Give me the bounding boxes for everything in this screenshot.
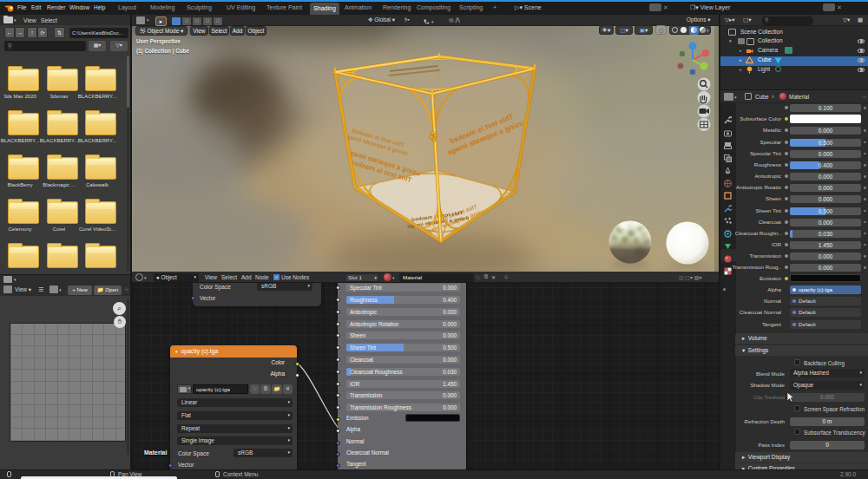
svg-text:▾: ▾ xyxy=(431,19,434,24)
